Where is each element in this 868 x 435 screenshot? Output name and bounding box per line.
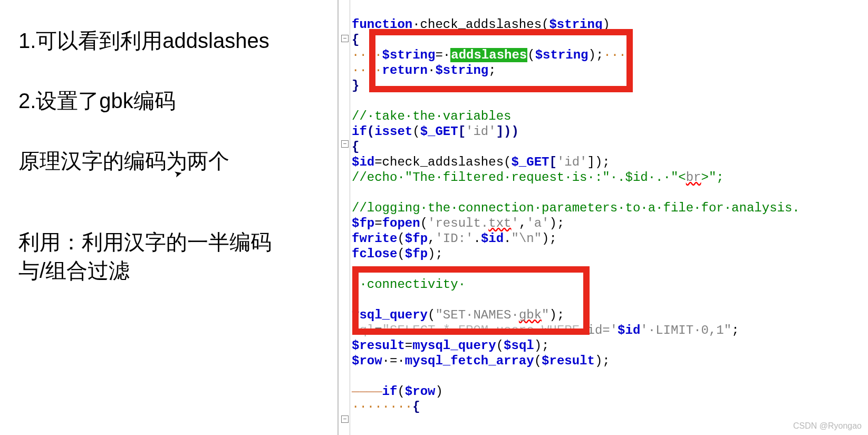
fn-name: ·check_addslashes( [412, 17, 549, 32]
str-id-label: 'ID:' [435, 231, 473, 246]
brace-close: } [352, 79, 359, 93]
paren-open: ( [412, 124, 420, 139]
close-all: ])) [496, 124, 519, 139]
str-id-eq: id=' [587, 323, 618, 337]
var-string: $string [382, 48, 436, 62]
var-get: $_GET [420, 124, 458, 139]
str-newline: "\n" [512, 231, 542, 246]
fn-isset: isset [374, 124, 412, 139]
kw-function: function [352, 17, 412, 32]
watermark-text: CSDN @Ryongao [793, 421, 862, 431]
brace-open: { [352, 33, 359, 47]
assign: = [374, 216, 382, 230]
trailing-dots: ··· [603, 48, 626, 62]
str-a: 'a' [526, 216, 549, 230]
fn-addslashes-highlight: addslashes [450, 48, 527, 62]
str-select: "SELECT·*·FROM·users·WHERE· [382, 323, 587, 337]
comment-br-underlined: br [686, 170, 701, 185]
kw-if: if [352, 124, 367, 139]
source-code[interactable]: function·check_addslashes($string) { ···… [352, 17, 800, 414]
fn-mysql-query: mysql_query [412, 339, 496, 353]
paren-open: ( [397, 384, 404, 399]
assign: = [374, 323, 382, 337]
var-fp: $fp [352, 216, 374, 230]
note-paragraph-1: 原理汉字的编码为两个 [18, 147, 322, 175]
paren-open: ( [534, 354, 542, 368]
indent-guide: ———— [352, 384, 382, 399]
comment-var-id: $id [625, 170, 648, 185]
paren-open: ( [420, 216, 428, 230]
brace-open: { [352, 140, 359, 154]
comma: , [428, 231, 435, 246]
note-paragraph-2-line2: 与/组合过滤 [18, 259, 130, 282]
str-txt-underlined: txt [488, 216, 511, 230]
stmt-end: ); [428, 247, 443, 261]
stmt-end: ); [542, 231, 557, 246]
var-string: $string [535, 48, 589, 62]
bracket-open: [ [458, 124, 466, 139]
paren-open: ( [496, 339, 504, 353]
fn-fclose: fclose [352, 247, 397, 261]
comment-end: >"; [701, 170, 724, 185]
str-gbk-underlined: gbk [519, 308, 542, 322]
fn-mysql-query-partial: ysql_query [352, 308, 428, 322]
assign-call: =check_addslashes( [374, 155, 511, 169]
str-id: 'id' [466, 124, 496, 139]
paren-open: ( [397, 231, 404, 246]
var-row: $row [352, 354, 382, 368]
kw-if: if [382, 384, 398, 399]
comment-concat: ·.·"< [648, 170, 686, 185]
var-string: $string [435, 63, 488, 78]
comment-connectivity: /·connectivity· [352, 277, 466, 292]
var-get: $_GET [511, 155, 549, 169]
comment-logging: //logging·the·connection·parameters·to·a… [352, 201, 800, 215]
var-id-in-str: $id [618, 323, 640, 337]
slide-notes-pane: 1.可以看到利用addslashes 2.设置了gbk编码 原理汉字的编码为两个… [0, 0, 337, 435]
str-id: 'id' [557, 155, 587, 169]
assign: =· [435, 48, 450, 62]
concat: . [504, 231, 511, 246]
indent-dots: ········ [352, 400, 412, 414]
note-paragraph-2: 利用：利用汉字的一半编码 与/组合过滤 [18, 228, 322, 285]
var-result: $result [542, 354, 595, 368]
stmt-end: ; [731, 323, 739, 337]
paren-open: ( [428, 308, 435, 322]
note-heading-2: 2.设置了gbk编码 [18, 86, 322, 115]
str-result: 'result. [428, 216, 488, 230]
str-quote-close: " [542, 308, 549, 322]
comment-take-vars: //·take·the·variables [352, 109, 511, 123]
var-fp: $fp [405, 247, 428, 261]
fold-toggle-icon[interactable]: − [341, 415, 349, 423]
concat: . [473, 231, 480, 246]
stmt-end: ); [549, 216, 565, 230]
fn-fwrite: fwrite [352, 231, 397, 246]
stmt-end: ]); [587, 155, 610, 169]
comment-echo: //echo·"The·filtered·request·is·:"·. [352, 170, 625, 185]
comma: , [519, 216, 526, 230]
fn-fopen: fopen [382, 216, 420, 230]
stmt-end: ); [595, 354, 610, 368]
paren-close: ) [435, 384, 442, 399]
var-row: $row [405, 384, 436, 399]
code-editor-pane: − − − function·check_addslashes($string)… [340, 0, 868, 435]
bracket-open: [ [549, 155, 556, 169]
fold-toggle-icon[interactable]: − [341, 140, 349, 148]
kw-return: return [382, 63, 428, 78]
fold-gutter: − − − [340, 0, 350, 435]
note-heading-1: 1.可以看到利用addslashes [18, 26, 322, 55]
var-fp: $fp [405, 231, 428, 246]
str-limit: '·LIMIT·0,1" [640, 323, 731, 337]
note-paragraph-2-line1: 利用：利用汉字的一半编码 [18, 230, 272, 254]
paren-open: ( [367, 124, 374, 139]
var-result: $result [352, 339, 405, 353]
var-id: $id [481, 231, 504, 246]
fold-toggle-icon[interactable]: − [341, 35, 349, 42]
paren-open: ( [527, 48, 535, 62]
pane-divider [337, 0, 339, 435]
brace-open: { [412, 400, 420, 414]
paren-open: ( [397, 247, 404, 261]
var-sql-partial: sql [352, 323, 374, 337]
stmt-end: ); [549, 308, 565, 322]
indent-dots: ···· [352, 63, 382, 78]
var-sql: $sql [504, 339, 534, 353]
